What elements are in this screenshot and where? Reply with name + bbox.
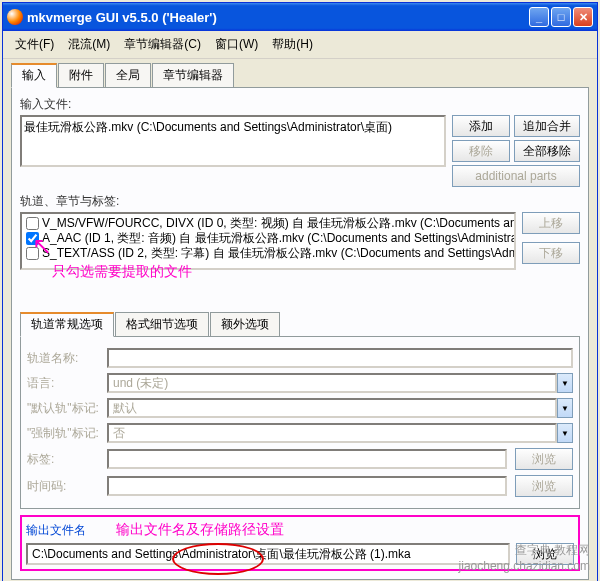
browse-timecode-button[interactable]: 浏览: [515, 475, 573, 497]
tab-input[interactable]: 输入: [11, 63, 57, 88]
trackname-label: 轨道名称:: [27, 350, 99, 367]
track-row: A_AAC (ID 1, 类型: 音频) 自 最佳玩滑板公路.mkv (C:\D…: [24, 231, 512, 246]
track-text[interactable]: A_AAC (ID 1, 类型: 音频) 自 最佳玩滑板公路.mkv (C:\D…: [42, 231, 516, 246]
default-label: "默认轨"标记:: [27, 400, 99, 417]
subtab-format[interactable]: 格式细节选项: [115, 312, 209, 337]
remove-button[interactable]: 移除: [452, 140, 510, 162]
track-checkbox-0[interactable]: [26, 217, 39, 230]
tags-input[interactable]: [107, 449, 507, 469]
timecode-input[interactable]: [107, 476, 507, 496]
subtab-general[interactable]: 轨道常规选项: [20, 312, 114, 337]
tab-global[interactable]: 全局: [105, 63, 151, 88]
minimize-button[interactable]: _: [529, 7, 549, 27]
track-row: V_MS/VFW/FOURCC, DIVX (ID 0, 类型: 视频) 自 最…: [24, 216, 512, 231]
input-files-list[interactable]: 最佳玩滑板公路.mkv (C:\Documents and Settings\A…: [20, 115, 446, 167]
move-up-button[interactable]: 上移: [522, 212, 580, 234]
menu-mix[interactable]: 混流(M): [62, 34, 116, 55]
watermark: 查字典 教程网 jiaocheng.chazidian.com: [459, 542, 590, 573]
move-down-button[interactable]: 下移: [522, 242, 580, 264]
close-button[interactable]: ✕: [573, 7, 593, 27]
timecode-label: 时间码:: [27, 478, 99, 495]
subtab-extra[interactable]: 额外选项: [210, 312, 280, 337]
lang-combo[interactable]: [107, 373, 557, 393]
track-text[interactable]: S_TEXT/ASS (ID 2, 类型: 字幕) 自 最佳玩滑板公路.mkv …: [42, 246, 516, 261]
menu-chapter[interactable]: 章节编辑器(C): [118, 34, 207, 55]
additional-parts-button[interactable]: additional parts: [452, 165, 580, 187]
window-title: mkvmerge GUI v5.5.0 ('Healer'): [27, 10, 529, 25]
output-path-input[interactable]: [26, 543, 510, 565]
track-row: S_TEXT/ASS (ID 2, 类型: 字幕) 自 最佳玩滑板公路.mkv …: [24, 246, 512, 261]
output-label: 输出文件名: [26, 522, 86, 539]
track-text[interactable]: V_MS/VFW/FOURCC, DIVX (ID 0, 类型: 视频) 自 最…: [42, 216, 516, 231]
menu-window[interactable]: 窗口(W): [209, 34, 264, 55]
input-file-item[interactable]: 最佳玩滑板公路.mkv (C:\Documents and Settings\A…: [24, 119, 442, 136]
tags-label: 标签:: [27, 451, 99, 468]
maximize-button[interactable]: □: [551, 7, 571, 27]
menu-file[interactable]: 文件(F): [9, 34, 60, 55]
annotation-text-2: 输出文件名及存储路径设置: [116, 521, 284, 539]
chevron-down-icon[interactable]: ▼: [557, 373, 573, 393]
append-button[interactable]: 追加合并: [514, 115, 580, 137]
app-icon: [7, 9, 23, 25]
remove-all-button[interactable]: 全部移除: [514, 140, 580, 162]
forced-combo[interactable]: [107, 423, 557, 443]
arrow-icon: ↖: [32, 232, 52, 260]
annotation-text-1: 只勾选需要提取的文件: [52, 263, 192, 281]
lang-label: 语言:: [27, 375, 99, 392]
add-button[interactable]: 添加: [452, 115, 510, 137]
menu-help[interactable]: 帮助(H): [266, 34, 319, 55]
tab-chapter-editor[interactable]: 章节编辑器: [152, 63, 234, 88]
forced-label: "强制轨"标记:: [27, 425, 99, 442]
chevron-down-icon[interactable]: ▼: [557, 398, 573, 418]
input-files-label: 输入文件:: [20, 96, 580, 113]
chevron-down-icon[interactable]: ▼: [557, 423, 573, 443]
trackname-input[interactable]: [107, 348, 573, 368]
default-combo[interactable]: [107, 398, 557, 418]
tracks-label: 轨道、章节与标签:: [20, 193, 580, 210]
tracks-list[interactable]: V_MS/VFW/FOURCC, DIVX (ID 0, 类型: 视频) 自 最…: [20, 212, 516, 270]
tab-attach[interactable]: 附件: [58, 63, 104, 88]
browse-tags-button[interactable]: 浏览: [515, 448, 573, 470]
